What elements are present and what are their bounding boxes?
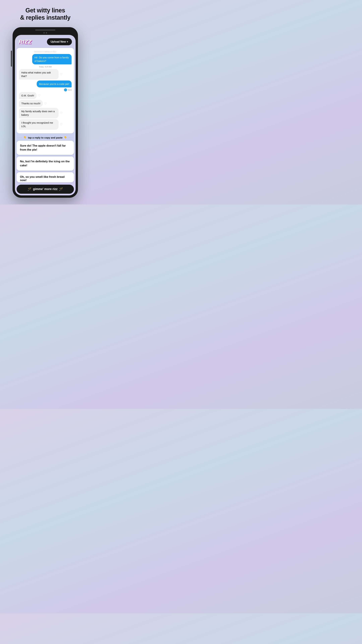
- bubble-received-5: I thought you recognized me LOL: [19, 119, 58, 130]
- gimme-more-rizz-button[interactable]: 🪄 gimme' more rizz 🪄: [16, 185, 74, 194]
- reply-card-1[interactable]: Sure do! The apple doesn't fall far from…: [16, 141, 74, 155]
- bubble-received-3: Thanks so much!: [19, 100, 43, 107]
- heart-icon-2: ♡: [38, 94, 40, 98]
- sent-status: ✓+ Sent: [19, 88, 71, 92]
- heart-icon-5: ♡: [60, 122, 62, 126]
- headline-line2: & replies instantly: [20, 14, 70, 21]
- checkmark-icon: ✓+: [64, 88, 67, 92]
- phone-screen: RIZZ Upload New + Someone is talking on …: [15, 35, 76, 195]
- tap-hint-text: tap a reply to copy and paste: [28, 136, 63, 139]
- message-received-3: Thanks so much! ♡: [19, 100, 71, 107]
- gimme-emoji-left: 🪄: [28, 187, 31, 191]
- power-button: [11, 56, 12, 66]
- tap-hint-row: 👇 tap a reply to copy and paste 👇: [15, 133, 76, 141]
- blur-hint: Someone is talking on Rizz: [19, 51, 71, 53]
- reply-text-2: No, but I'm definitely the icing on the …: [20, 160, 70, 168]
- sent-label: Sent: [68, 89, 71, 91]
- headline-line1: Get witty lines: [25, 7, 65, 14]
- notch-bar: [35, 30, 55, 30]
- reply-card-3-partial[interactable]: Oh, so you smell like fresh bread now!: [16, 172, 74, 182]
- reply-text-1: Sure do! The apple doesn't fall far from…: [20, 144, 70, 152]
- bubble-received-2: O.M. Gosh!: [19, 92, 36, 99]
- message-received-4: My family actually does own a bakery ♡: [19, 108, 71, 118]
- gimme-emoji-right: 🪄: [59, 187, 63, 191]
- gimme-text: gimme' more rizz: [33, 187, 57, 191]
- bubble-sent-2: Because you're a cutie pie!: [37, 80, 71, 88]
- message-sent-1: Hi! Do you come from a family of bakers?: [19, 54, 71, 64]
- message-sent-2: Because you're a cutie pie!: [19, 80, 71, 88]
- bubble-sent-1: Hi! Do you come from a family of bakers?: [32, 54, 72, 64]
- tap-line-right: [68, 138, 74, 138]
- bubble-received-4: My family actually does own a bakery: [19, 108, 58, 118]
- tap-line-left: [16, 138, 22, 138]
- dot-sensor: [46, 32, 47, 34]
- notch-dots: [15, 32, 76, 34]
- heart-icon-3: ♡: [44, 102, 47, 105]
- chat-area: Someone is talking on Rizz Hi! Do you co…: [16, 48, 74, 133]
- app-header: RIZZ Upload New +: [15, 35, 76, 48]
- upload-new-button[interactable]: Upload New +: [47, 38, 72, 45]
- app-logo: RIZZ: [18, 39, 32, 45]
- message-received-5: I thought you recognized me LOL ♡: [19, 119, 71, 130]
- timestamp: Today 8:24 AM: [19, 66, 71, 68]
- message-received-2: O.M. Gosh! ♡: [19, 92, 71, 99]
- headline: Get witty lines & replies instantly: [20, 7, 70, 21]
- bubble-received-1: Haha what makes you ask that?: [19, 69, 58, 80]
- heart-icon-1: ♡: [60, 72, 62, 76]
- phone-shell: RIZZ Upload New + Someone is talking on …: [12, 27, 78, 198]
- dot-camera: [43, 32, 45, 34]
- heart-icon-4: ♡: [60, 111, 62, 115]
- tap-hint-emoji-left: 👇: [23, 136, 27, 139]
- reply-text-3: Oh, so you smell like fresh bread now!: [20, 175, 70, 182]
- tap-hint-emoji-right: 👇: [64, 136, 67, 139]
- reply-card-2[interactable]: No, but I'm definitely the icing on the …: [16, 156, 74, 170]
- message-received-1: Haha what makes you ask that? ♡: [19, 69, 71, 80]
